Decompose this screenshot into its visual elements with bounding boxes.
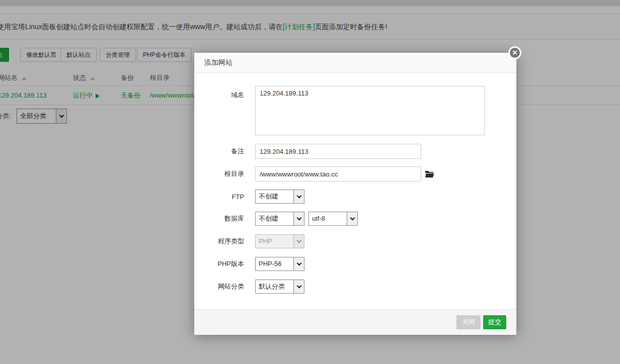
app-type-select-value: PHP xyxy=(256,235,293,248)
chevron-down-icon xyxy=(293,280,304,293)
app-type-row: 程序类型 PHP xyxy=(194,234,516,248)
database-select-value: 不创建 xyxy=(256,212,293,225)
remark-input[interactable] xyxy=(255,144,421,159)
add-site-modal: 添加网站 × 域名 备注 根目录 FTP 不创建 数据库 不创建 xyxy=(194,53,516,335)
app-type-label: 程序类型 xyxy=(194,237,244,246)
modal-header: 添加网站 xyxy=(194,53,516,73)
database-label: 数据库 xyxy=(194,214,244,223)
chevron-down-icon xyxy=(293,212,304,225)
ftp-label: FTP xyxy=(194,193,244,201)
modal-title: 添加网站 xyxy=(194,53,516,72)
php-version-select[interactable]: PHP-56 xyxy=(255,257,304,271)
chevron-down-icon xyxy=(293,190,304,203)
site-category-row: 网站分类 默认分类 xyxy=(194,280,516,294)
site-category-select[interactable]: 默认分类 xyxy=(255,280,304,294)
modal-footer: 关闭 提交 xyxy=(194,309,516,335)
site-category-select-value: 默认分类 xyxy=(256,280,293,293)
php-version-label: PHP版本 xyxy=(194,259,244,268)
php-version-row: PHP版本 PHP-56 xyxy=(194,257,516,271)
domain-textarea[interactable] xyxy=(255,86,485,135)
remark-label: 备注 xyxy=(194,147,244,156)
root-path-label: 根目录 xyxy=(194,169,244,178)
database-select[interactable]: 不创建 xyxy=(255,212,304,226)
chevron-down-icon xyxy=(293,257,304,270)
ftp-select-value: 不创建 xyxy=(256,190,293,203)
ftp-row: FTP 不创建 xyxy=(194,190,516,204)
chevron-down-icon xyxy=(347,212,357,225)
charset-select[interactable]: utf-8 xyxy=(308,212,358,226)
database-row: 数据库 不创建 utf-8 xyxy=(194,212,516,226)
submit-button[interactable]: 提交 xyxy=(483,315,506,329)
domain-label: 域名 xyxy=(194,90,244,100)
php-version-select-value: PHP-56 xyxy=(256,257,293,270)
chevron-down-icon xyxy=(293,235,304,248)
site-category-label: 网站分类 xyxy=(194,282,244,291)
folder-browse-icon[interactable] xyxy=(425,170,434,178)
domain-row: 域名 xyxy=(194,86,516,135)
close-icon[interactable]: × xyxy=(508,46,521,59)
root-path-input[interactable] xyxy=(255,166,421,181)
app-type-select: PHP xyxy=(255,234,304,248)
root-path-row: 根目录 xyxy=(194,166,516,181)
close-button[interactable]: 关闭 xyxy=(456,315,481,329)
remark-row: 备注 xyxy=(194,144,516,159)
charset-select-value: utf-8 xyxy=(309,212,347,225)
ftp-select[interactable]: 不创建 xyxy=(255,190,304,204)
